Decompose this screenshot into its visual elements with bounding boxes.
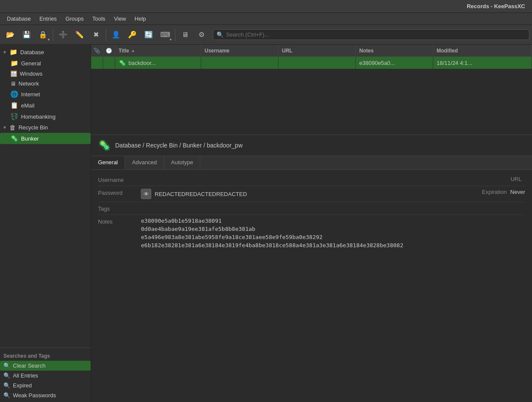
notes-label: Notes [98,218,141,225]
expiration-field: Expiration Never [439,189,525,195]
menubar: Database Entries Groups Tools View Help [0,13,532,25]
sidebar-item-database[interactable]: ▼ 📁 Database [0,46,91,58]
screenshot-btn[interactable]: 🖥 [177,27,193,43]
menu-entries[interactable]: Entries [36,14,60,23]
tags-label: Tags [98,205,141,212]
th-notes[interactable]: Notes [356,45,433,56]
search-input[interactable] [226,31,526,38]
menu-view[interactable]: View [110,14,129,23]
detail-tabs: General Advanced Autotype [91,156,532,170]
sidebar-clear-search[interactable]: 🔍 Clear Search [0,361,91,371]
password-gen-btn[interactable]: 🔑 [125,27,140,43]
tab-autotype[interactable]: Autotype [164,156,200,169]
notes-value: e38090e5a0b1e5918ae38091 0d0ae4babae9a19… [141,218,525,249]
open-folder-btn[interactable]: 📂 [3,27,18,43]
sidebar-item-bunker[interactable]: 🦠 Bunker [0,133,91,144]
sidebar-item-label-homebanking: Homebanking [21,114,55,120]
bunker-icon: 🦠 [10,135,18,142]
tab-advanced[interactable]: Advanced [125,156,164,169]
url-field: URL [439,176,525,182]
toolbar-separator-2 [106,29,106,41]
tab-general[interactable]: General [91,156,125,169]
table-header: 📎 🕐 Title ▲ Username URL Notes Modified [91,45,532,57]
th-date[interactable]: 🕐 [103,45,115,56]
username-url-row: Username URL [98,173,525,186]
detail-header: 🦠 Database / Recycle Bin / Bunker / back… [91,135,532,156]
recyclebin-icon: 🗑 [9,124,16,131]
td-username [201,57,278,69]
sidebar-item-label-windows: Windows [20,71,43,77]
sidebar-item-label-network: Network [18,80,39,87]
keyboard-btn[interactable]: ⌨▾ [157,27,173,43]
notes-row: Notes e38090e5a0b1e5918ae38091 0d0ae4bab… [98,215,525,251]
sidebar-item-label-recyclebin: Recycle Bin [18,124,48,131]
password-field: 👁 REDACTEDREDACTEDREDACTED [141,189,439,199]
menu-help[interactable]: Help [131,14,150,23]
sidebar-item-label-email: eMail [21,102,34,109]
td-attach [91,57,103,69]
entry-icon: 🦠 [119,59,126,66]
expired-icon: 🔍 [3,382,10,389]
search-box: 🔍 [213,29,529,40]
th-attach[interactable]: 📎 [91,45,103,56]
notes-line-3: e6b182e38281e381a6e38184e3819fe4ba8be381… [141,242,525,249]
detail-entry-icon: 🦠 [98,139,111,151]
password-visibility-toggle[interactable]: 👁 [141,189,151,199]
notes-line-1: 0d0ae4babae9a19ee381afe5b8b8e381ab [141,226,525,232]
weak-passwords-label: Weak Passwords [13,392,56,399]
all-entries-label: All Entries [13,372,38,379]
settings-btn[interactable]: ⚙ [194,27,209,43]
sidebar-item-recyclebin[interactable]: ▼ 🗑 Recycle Bin [0,122,91,133]
table-row[interactable]: 🦠 backdoor... e38090e5a0... 18/11/24 4:1… [91,57,532,69]
entries-table-area: 📎 🕐 Title ▲ Username URL Notes Modified [91,45,532,135]
th-username[interactable]: Username [201,45,278,56]
delete-entry-btn[interactable]: ✖ [88,27,104,43]
toolbar: 📂 💾 🔒▾ ➕ ✏️ ✖ 👤 🔑 🔄 ⌨▾ 🖥 ⚙ 🔍 [0,25,532,45]
sidebar-item-label-bunker: Bunker [21,135,39,142]
sidebar-item-general[interactable]: 📁 General [0,58,91,69]
th-title[interactable]: Title ▲ [115,45,201,56]
th-url[interactable]: URL [278,45,356,56]
td-notes: e38090e5a0... [356,57,433,69]
edit-entry-btn[interactable]: ✏️ [72,27,87,43]
password-expiration-row: Password 👁 REDACTEDREDACTEDREDACTED Expi… [98,186,525,202]
clear-search-label: Clear Search [13,362,46,369]
internet-icon: 🌐 [10,90,18,98]
sidebar-item-email[interactable]: 📋 eMail [0,100,91,111]
password-value: REDACTEDREDACTEDREDACTED [155,191,247,197]
td-modified: 18/11/24 4:1... [433,57,532,69]
titlebar: Records - KeePassXC [0,0,532,13]
toggle-database: ▼ [3,50,7,55]
new-group-btn[interactable]: 👤 [108,27,124,43]
sync-btn[interactable]: 🔄 [141,27,156,43]
menu-database[interactable]: Database [3,14,34,23]
network-icon: 🖥 [10,80,16,87]
searches-label: Searches and Tags [0,351,91,361]
sidebar-all-entries[interactable]: 🔍 All Entries [0,371,91,381]
window-title: Records - KeePassXC [467,3,525,9]
sidebar-item-windows[interactable]: 🪟 Windows [0,69,91,79]
expired-label: Expired [13,382,32,389]
detail-fields: Username URL Password 👁 REDACTEDREDACT [91,170,532,255]
homebanking-icon: 💱 [10,113,18,120]
sidebar-weak-passwords[interactable]: 🔍 Weak Passwords [0,390,91,400]
menu-groups[interactable]: Groups [62,14,87,23]
entry-title-text: backdoor... [128,60,156,66]
password-label: Password [98,189,141,196]
sidebar-item-network[interactable]: 🖥 Network [0,79,91,89]
expiration-value: Never [510,189,525,195]
th-modified[interactable]: Modified [433,45,532,56]
tags-row: Tags [98,202,525,215]
add-entry-btn[interactable]: ➕ [55,27,71,43]
lock-btn[interactable]: 🔒▾ [35,27,51,43]
toolbar-separator-1 [53,29,53,41]
sort-asc-icon: ▲ [131,48,135,53]
clear-search-icon: 🔍 [3,362,10,369]
email-icon: 📋 [10,101,18,109]
sidebar-expired[interactable]: 🔍 Expired [0,381,91,390]
sidebar-item-internet[interactable]: 🌐 Internet [0,89,91,100]
menu-tools[interactable]: Tools [89,14,109,23]
expiration-label: Expiration [482,189,507,195]
sidebar-item-homebanking[interactable]: 💱 Homebanking [0,111,91,122]
save-btn[interactable]: 💾 [19,27,34,43]
